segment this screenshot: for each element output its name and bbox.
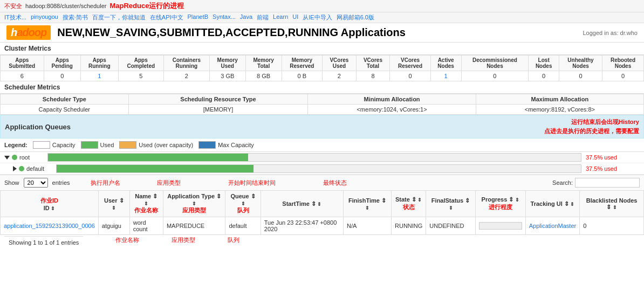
bookmark-7[interactable]: Java <box>240 13 252 22</box>
legend-max-label: Max Capacity <box>218 142 254 148</box>
bookmark-12[interactable]: 网易邮箱6.0版 <box>337 13 374 22</box>
col-max-allocation: Maximum Allocation <box>476 94 643 105</box>
col-state-annotation: 状态 <box>403 204 415 210</box>
queue-name-root[interactable]: root <box>4 154 47 161</box>
bookmark-6[interactable]: Syntax... <box>213 13 236 22</box>
expand-icon-default[interactable] <box>13 166 17 171</box>
cell-apptype: MAPREDUCE <box>163 217 225 235</box>
val-apps-submitted: 6 <box>1 71 44 81</box>
col-progress-sort[interactable]: Progress ⇕ <box>482 196 519 203</box>
bookmark-9[interactable]: Learn <box>273 13 288 22</box>
app-table: 作业ID ID User ⇕ Name ⇕ 作业名称 Application T… <box>0 190 644 235</box>
val-memory-used: 3 GB <box>209 71 245 81</box>
footer-annotation-name: 作业名称 <box>115 236 139 244</box>
val-vcores-reserved: 0 <box>390 71 431 81</box>
hadoop-logo: hadoop <box>6 25 51 40</box>
bookmarks-bar: IT技术... pinyougou 搜索·简书 百度一下，你就知道 在线API中… <box>0 12 644 23</box>
val-unhealthy-nodes: 0 <box>559 71 602 81</box>
col-unhealthy-nodes: UnhealthyNodes <box>559 56 602 71</box>
cell-starttime: Tue Jun 23 22:53:47 +0800 2020 <box>261 217 343 235</box>
val-containers-running: 2 <box>163 71 209 81</box>
col-name-sort[interactable]: Name ⇕ <box>135 193 157 206</box>
col-blacklisted[interactable]: Blacklisted Nodes ⇕ <box>580 191 644 217</box>
apps-running-link[interactable]: 1 <box>98 73 101 79</box>
col-containers-running: ContainersRunning <box>163 56 209 71</box>
scheduler-metrics-table: Scheduler Type Scheduling Resource Type … <box>0 94 644 115</box>
col-queue-sort[interactable]: Queue ⇕ <box>230 193 255 206</box>
legend-bar: Legend: Capacity Used Used (over capacit… <box>0 138 644 152</box>
tracking-ui-link[interactable]: ApplicationMaster <box>529 223 576 229</box>
queue-percent-default: 37.5% used <box>586 165 640 172</box>
show-label: Show <box>4 179 19 186</box>
col-queue: Queue ⇕ 队列 <box>225 191 261 217</box>
bookmark-0[interactable]: IT技术... <box>4 13 26 22</box>
col-active-nodes: ActiveNodes <box>430 56 461 71</box>
logo-title-group: hadoop NEW,NEW_SAVING,SUBMITTED,ACCEPTED… <box>6 25 406 40</box>
col-memory-total: MemoryTotal <box>245 56 282 71</box>
footer-annotation-queue: 队列 <box>228 236 239 244</box>
expand-icon-root[interactable] <box>4 156 10 160</box>
col-id: 作业ID ID <box>1 191 99 217</box>
col-apps-submitted: AppsSubmitted <box>1 56 44 71</box>
queue-annotation-2: 点进去是执行的历史进程，需要配置 <box>544 127 639 135</box>
bookmark-10[interactable]: UI <box>292 13 298 22</box>
col-apps-completed: AppsCompleted <box>118 56 163 71</box>
annotation-username: 执行用户名 <box>91 179 120 187</box>
queue-annotation-1: 运行结束后会出现History <box>571 118 639 126</box>
legend-capacity: Capacity <box>33 141 76 149</box>
cluster-metrics-row: 6 0 1 5 2 3 GB 8 GB 0 B 2 8 0 1 0 0 0 0 <box>1 71 644 81</box>
val-active-nodes: 1 <box>430 71 461 81</box>
col-vcores-reserved: VCoresReserved <box>390 56 431 71</box>
bookmark-3[interactable]: 百度一下，你就知道 <box>92 13 146 22</box>
col-user[interactable]: User ⇕ <box>98 191 129 217</box>
val-min-allocation: <memory:1024, vCores:1> <box>308 105 476 115</box>
bookmark-8[interactable]: 前端 <box>257 13 269 22</box>
top-bar: 不安全 hadoop:8088/cluster/scheduler MapRed… <box>0 0 644 12</box>
col-lost-nodes: LostNodes <box>529 56 559 71</box>
cluster-metrics-title: Cluster Metrics <box>0 43 644 55</box>
queue-bar-root <box>47 153 581 162</box>
bookmark-4[interactable]: 在线API中文 <box>150 13 183 22</box>
col-apps-running: AppsRunning <box>80 56 118 71</box>
col-decommissioned-nodes: DecommissionedNodes <box>461 56 529 71</box>
bookmark-2[interactable]: 搜索·简书 <box>63 13 88 22</box>
cluster-metrics-section: Cluster Metrics AppsSubmitted AppsPendin… <box>0 43 644 81</box>
col-vcores-used: VCoresUsed <box>323 56 357 71</box>
active-nodes-link[interactable]: 1 <box>444 73 448 79</box>
cluster-metrics-table: AppsSubmitted AppsPending AppsRunning Ap… <box>0 55 644 81</box>
bookmark-11[interactable]: 从IE中导入 <box>303 13 332 22</box>
col-starttime[interactable]: StartTime ⇕ <box>261 191 343 217</box>
footer-count: Showing 1 to 1 of 1 entries <box>4 236 83 248</box>
legend-used-box <box>81 141 98 149</box>
legend-capacity-box <box>33 141 50 149</box>
app-table-container: 作业ID ID User ⇕ Name ⇕ 作业名称 Application T… <box>0 190 644 235</box>
col-apptype-annotation: 应用类型 <box>182 207 206 213</box>
col-finalstatus[interactable]: FinalStatus ⇕ <box>426 191 475 217</box>
queue-row-root: root 37.5% used <box>0 152 644 163</box>
val-memory-reserved: 0 B <box>282 71 323 81</box>
cell-name: word count <box>129 217 163 235</box>
search-input[interactable] <box>575 178 640 188</box>
cell-user: atguigu <box>98 217 129 235</box>
entries-select[interactable]: 10 20 25 50 100 <box>24 178 48 188</box>
col-memory-used: MemoryUsed <box>209 56 245 71</box>
col-progress-annotation: 进行程度 <box>489 204 512 210</box>
col-tracking-ui[interactable]: Tracking UI ⇕ <box>525 191 579 217</box>
search-label: Search: <box>552 179 573 186</box>
progress-bar <box>479 222 522 230</box>
bookmark-5[interactable]: PlanetB <box>188 13 209 22</box>
val-vcores-total: 8 <box>356 71 390 81</box>
val-scheduler-type: Capacity Scheduler <box>1 105 129 115</box>
val-decommissioned-nodes: 0 <box>461 71 529 81</box>
page-annotation-title: MapReduce运行的进程 <box>109 1 184 11</box>
queue-name-default[interactable]: default <box>13 165 56 172</box>
col-id-sort[interactable]: ID <box>44 205 56 211</box>
bookmark-1[interactable]: pinyougou <box>31 13 58 22</box>
app-id-link[interactable]: application_1592923139000_0006 <box>4 223 95 229</box>
col-apps-pending: AppsPending <box>44 56 80 71</box>
col-apptype-sort[interactable]: Application Type ⇕ <box>167 193 221 206</box>
col-finishtime[interactable]: FinishTime ⇕ <box>343 191 391 217</box>
cell-state: RUNNING <box>392 217 426 235</box>
col-min-allocation: Minimum Allocation <box>308 94 476 105</box>
col-state-sort[interactable]: State ⇕ <box>395 196 422 203</box>
